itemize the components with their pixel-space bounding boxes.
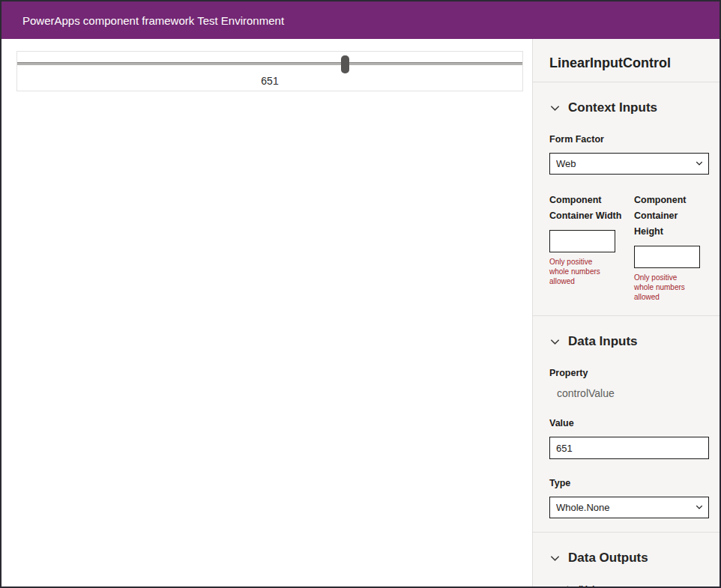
- test-harness-stage: 651: [1, 39, 532, 587]
- output-control-value-label: controlValue: [549, 582, 709, 587]
- container-height-label: Component Container Height: [634, 193, 709, 240]
- slider-value-label: 651: [17, 75, 522, 87]
- value-input[interactable]: [549, 437, 709, 459]
- app-header: PowerApps component framework Test Envir…: [1, 1, 720, 39]
- section-divider: [533, 82, 720, 82]
- section-title: Data Inputs: [568, 334, 638, 349]
- form-factor-select[interactable]: Web: [549, 153, 709, 175]
- linear-input-control: 651: [16, 51, 523, 91]
- property-label: Property: [549, 366, 709, 381]
- container-height-field: Component Container Height Only positive…: [634, 176, 709, 302]
- type-label: Type: [549, 476, 709, 491]
- section-title: Context Inputs: [568, 100, 657, 115]
- app-title: PowerApps component framework Test Envir…: [22, 14, 284, 27]
- container-height-input[interactable]: [634, 246, 700, 268]
- chevron-down-icon[interactable]: [549, 553, 561, 564]
- type-select[interactable]: Whole.None: [549, 497, 709, 518]
- section-divider: [533, 532, 720, 533]
- form-factor-label: Form Factor: [549, 132, 709, 148]
- linear-slider[interactable]: [17, 55, 522, 73]
- control-properties-panel: LinearInputControl Context Inputs Form F…: [532, 39, 720, 587]
- chevron-down-icon[interactable]: [549, 103, 561, 114]
- app-body: 651 LinearInputControl Context Inputs Fo…: [1, 39, 720, 587]
- section-divider: [533, 315, 720, 316]
- container-width-field: Component Container Width Only positive …: [549, 176, 634, 302]
- container-width-input[interactable]: [549, 230, 615, 252]
- value-label: Value: [549, 416, 709, 431]
- section-title: Data Outputs: [568, 551, 648, 566]
- property-value: controlValue: [549, 387, 709, 399]
- section-header-context-inputs[interactable]: Context Inputs: [549, 100, 709, 115]
- container-width-validation: Only positive whole numbers allowed: [549, 257, 612, 286]
- test-environment-window: PowerApps component framework Test Envir…: [0, 0, 721, 588]
- container-size-fields: Component Container Width Only positive …: [549, 176, 709, 302]
- container-width-label: Component Container Width: [549, 193, 624, 224]
- container-height-validation: Only positive whole numbers allowed: [634, 273, 697, 302]
- section-header-data-outputs[interactable]: Data Outputs: [549, 551, 709, 566]
- chevron-down-icon[interactable]: [549, 336, 561, 348]
- section-header-data-inputs[interactable]: Data Inputs: [549, 334, 709, 349]
- control-name-title: LinearInputControl: [549, 55, 709, 71]
